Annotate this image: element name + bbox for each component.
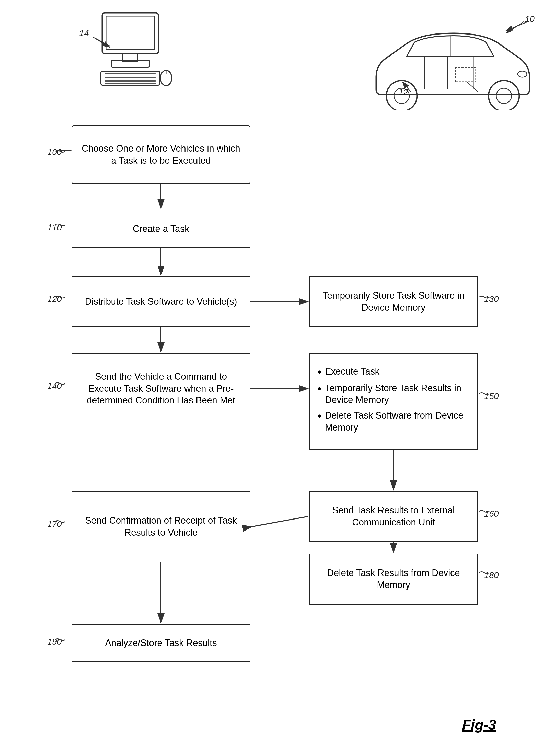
box-120-label: Distribute Task Software to Vehicle(s) bbox=[85, 296, 237, 308]
svg-rect-0 bbox=[102, 13, 159, 54]
box-170-label: Send Confirmation of Receipt of Task Res… bbox=[78, 515, 244, 539]
box-140: Send the Vehicle a Command to Execute Ta… bbox=[72, 353, 250, 425]
ref-12: 12 bbox=[399, 87, 408, 97]
box-100: Choose One or More Vehicles in which a T… bbox=[72, 125, 250, 184]
svg-rect-7 bbox=[105, 82, 156, 84]
bullet-dot-3: • bbox=[317, 409, 322, 422]
ref-120: 120 bbox=[47, 294, 62, 304]
box-160-label: Send Task Results to External Communicat… bbox=[315, 505, 471, 528]
car-illustration bbox=[356, 13, 540, 110]
ref-140: 140 bbox=[47, 381, 62, 391]
box-110: Create a Task bbox=[72, 210, 250, 248]
svg-line-21 bbox=[467, 82, 478, 92]
svg-rect-6 bbox=[105, 78, 156, 80]
svg-line-32 bbox=[252, 516, 308, 527]
bullet-dot-2: • bbox=[317, 382, 322, 395]
svg-rect-5 bbox=[105, 74, 156, 76]
box-190-label: Analyze/Store Task Results bbox=[105, 637, 217, 649]
box-190: Analyze/Store Task Results bbox=[72, 624, 250, 662]
ref-130: 130 bbox=[484, 294, 499, 304]
ref-160: 160 bbox=[484, 509, 499, 519]
svg-rect-19 bbox=[455, 68, 476, 82]
svg-point-13 bbox=[496, 88, 512, 104]
ref-14: 14 bbox=[79, 28, 89, 38]
box-150: • Execute Task • Temporarily Store Task … bbox=[309, 353, 478, 450]
box-110-label: Create a Task bbox=[133, 223, 189, 235]
ref-190: 190 bbox=[47, 637, 62, 646]
svg-rect-1 bbox=[106, 16, 155, 49]
ref-180: 180 bbox=[484, 570, 499, 580]
svg-point-20 bbox=[518, 71, 527, 77]
box-180: Delete Task Results from Device Memory bbox=[309, 554, 478, 605]
box-150-label-2: Temporarily Store Task Results in Device… bbox=[325, 382, 469, 406]
box-130-label: Temporarily Store Task Software in Devic… bbox=[315, 290, 471, 314]
box-150-label-1: Execute Task bbox=[325, 366, 379, 377]
ref-170: 170 bbox=[47, 519, 62, 529]
box-160: Send Task Results to External Communicat… bbox=[309, 491, 478, 542]
box-140-label: Send the Vehicle a Command to Execute Ta… bbox=[78, 371, 244, 406]
box-170: Send Confirmation of Receipt of Task Res… bbox=[72, 491, 250, 562]
bullet-dot-1: • bbox=[317, 366, 322, 379]
ref-110: 110 bbox=[47, 223, 62, 232]
computer-illustration bbox=[87, 8, 174, 94]
diagram: 14 10 bbox=[0, 0, 555, 756]
figure-label: Fig-3 bbox=[462, 716, 496, 733]
ref-10: 10 bbox=[525, 14, 535, 24]
box-120: Distribute Task Software to Vehicle(s) bbox=[72, 276, 250, 327]
box-180-label: Delete Task Results from Device Memory bbox=[315, 567, 471, 591]
box-130: Temporarily Store Task Software in Devic… bbox=[309, 276, 478, 327]
box-150-label-3: Delete Task Software from Device Memory bbox=[325, 409, 469, 434]
box-100-label: Choose One or More Vehicles in which a T… bbox=[78, 143, 244, 167]
svg-rect-4 bbox=[101, 71, 160, 85]
ref-100: 100 bbox=[47, 147, 62, 157]
ref-150: 150 bbox=[484, 391, 499, 401]
